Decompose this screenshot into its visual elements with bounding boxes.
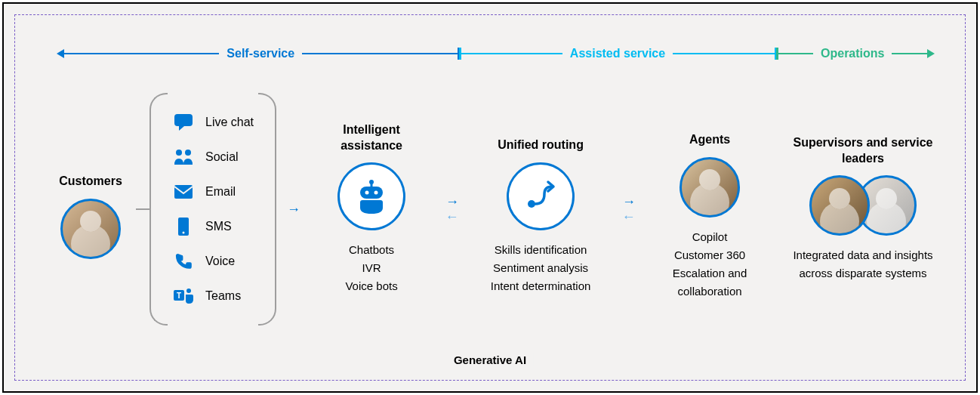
timeline-label-assisted: Assisted service	[562, 47, 673, 60]
intelligent-assistance-column: Intelligent assistance Chatbots IVR Voic…	[311, 122, 432, 296]
svg-point-5	[183, 231, 185, 233]
timeline-label-ops: Operations	[813, 47, 892, 60]
svg-point-8	[186, 289, 191, 293]
routing-icon	[507, 162, 575, 230]
sms-icon	[172, 215, 195, 238]
timeline-assisted-service: Assisted service	[459, 47, 776, 60]
channel-label: Live chat	[205, 116, 254, 129]
timeline-self-service: Self-service	[57, 47, 459, 60]
channel-label: Social	[205, 150, 239, 164]
feature-item: Voice bots	[345, 277, 397, 295]
arrow-left-icon: →	[622, 210, 636, 224]
service-timeline: Self-service Assisted service Operations	[57, 42, 935, 65]
feature-item: Skills identification	[491, 241, 591, 259]
channel-label: Teams	[205, 289, 241, 303]
svg-point-1	[176, 150, 182, 156]
timeline-label-self: Self-service	[219, 47, 302, 60]
svg-rect-11	[360, 187, 383, 199]
bot-icon	[337, 162, 405, 230]
customers-title: Customers	[59, 159, 122, 190]
bidirectional-arrows: → →	[432, 195, 473, 224]
agents-column: Agents Copilot Customer 360 Escalation a…	[649, 118, 770, 301]
email-icon	[172, 181, 195, 203]
channel-label: Voice	[205, 255, 235, 268]
generative-ai-label: Generative AI	[446, 353, 534, 366]
diagram-content: Customers Live chat Social Email	[45, 76, 935, 342]
feature-item: IVR	[345, 259, 397, 277]
supervisors-column: Supervisors and service leaders Integrat…	[791, 135, 935, 283]
channels-group: Live chat Social Email SMS Voice	[149, 93, 276, 326]
feature-item: Sentiment analysis	[491, 259, 591, 277]
teams-icon: T	[172, 285, 195, 307]
svg-point-13	[374, 191, 378, 195]
svg-rect-0	[174, 114, 193, 126]
timeline-operations: Operations	[776, 47, 935, 60]
supervisors-avatars	[809, 175, 917, 236]
arrow-channels-to-intelligent: →	[276, 202, 311, 216]
supervisors-features: Integrated data and insights across disp…	[791, 246, 935, 282]
bidirectional-arrows: → →	[609, 195, 649, 224]
arrow-left-icon: →	[445, 210, 459, 224]
voice-icon	[172, 250, 195, 273]
channel-voice: Voice	[169, 244, 257, 279]
customer-avatar	[60, 199, 121, 259]
agents-title: Agents	[689, 118, 730, 148]
feature-item: Intent determination	[491, 277, 591, 295]
connector-customers-channels	[136, 208, 149, 210]
agent-avatar	[680, 157, 740, 218]
svg-point-2	[185, 150, 191, 156]
generative-ai-boundary: Self-service Assisted service Operations	[14, 14, 966, 381]
chat-icon	[172, 111, 195, 134]
channel-teams: T Teams	[169, 279, 257, 313]
svg-rect-3	[174, 185, 193, 199]
arrow-right-icon: →	[622, 195, 636, 208]
routing-title: Unified routing	[498, 123, 584, 153]
diagram-frame: Self-service Assisted service Operations	[2, 2, 978, 393]
channel-email: Email	[169, 174, 257, 209]
intelligent-title: Intelligent assistance	[311, 122, 432, 154]
feature-item: Customer 360	[649, 246, 770, 264]
routing-features: Skills identification Sentiment analysis…	[491, 241, 591, 295]
channel-live-chat: Live chat	[169, 105, 257, 140]
supervisor-avatar	[809, 175, 870, 236]
feature-item: Copilot	[649, 228, 770, 246]
social-icon	[172, 146, 195, 168]
channel-label: Email	[205, 185, 236, 199]
intelligent-features: Chatbots IVR Voice bots	[345, 241, 397, 295]
supervisors-title: Supervisors and service leaders	[791, 135, 935, 167]
customers-column: Customers	[45, 159, 136, 259]
channel-sms: SMS	[169, 209, 257, 244]
unified-routing-column: Unified routing Skills identification Se…	[473, 123, 609, 295]
feature-item: Chatbots	[345, 241, 397, 259]
feature-item: Integrated data and insights across disp…	[791, 246, 935, 282]
feature-item: Escalation and collaboration	[649, 264, 770, 301]
svg-point-12	[365, 191, 369, 195]
agents-features: Copilot Customer 360 Escalation and coll…	[649, 228, 770, 301]
channel-social: Social	[169, 140, 257, 174]
channel-label: SMS	[205, 220, 232, 233]
arrow-right-icon: →	[445, 195, 459, 208]
svg-text:T: T	[177, 292, 181, 300]
